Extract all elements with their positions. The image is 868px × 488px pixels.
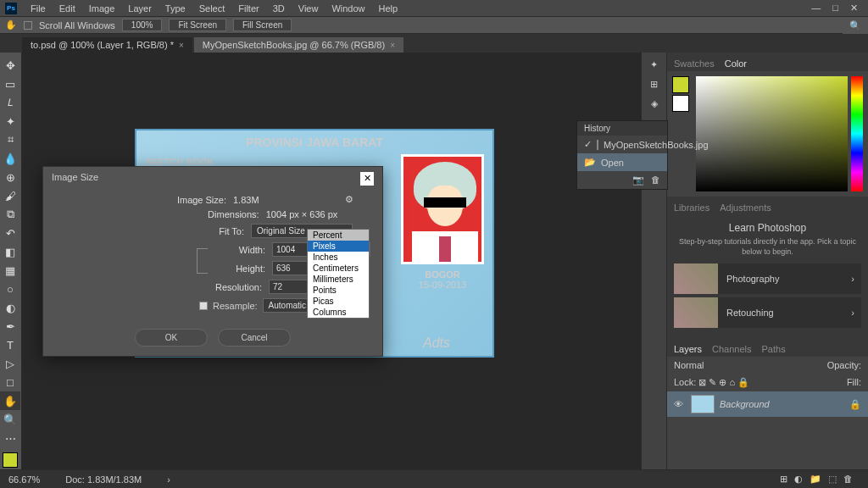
wand-tool[interactable]: ✦ — [0, 112, 20, 130]
menu-edit[interactable]: Edit — [53, 2, 82, 15]
learn-item-retouching[interactable]: Retouching› — [674, 297, 861, 328]
type-tool[interactable]: T — [0, 336, 20, 354]
eraser-tool[interactable]: ◧ — [0, 242, 20, 261]
lock-icon: 🔒 — [849, 399, 861, 410]
footer-icon[interactable]: ⊞ — [780, 474, 787, 485]
menu-select[interactable]: Select — [192, 2, 232, 15]
hand-tool[interactable]: ✋ — [0, 391, 20, 410]
unit-option[interactable]: Inches — [308, 252, 369, 263]
cancel-button[interactable]: Cancel — [218, 329, 291, 347]
blur-tool[interactable]: ○ — [0, 280, 20, 298]
tab-close-icon[interactable]: × — [390, 41, 395, 50]
swatches-tab[interactable]: Swatches — [674, 56, 715, 71]
unit-option[interactable]: Millimeters — [308, 274, 369, 285]
search-icon[interactable]: 🔍 — [849, 20, 861, 31]
color-tab[interactable]: Color — [725, 56, 747, 71]
color-field[interactable] — [696, 76, 848, 191]
stamp-tool[interactable]: ⧉ — [0, 205, 20, 224]
minimize-icon[interactable]: — — [811, 3, 821, 14]
scroll-all-checkbox[interactable] — [24, 21, 32, 30]
hue-slider[interactable] — [851, 76, 863, 191]
adjustments-tab[interactable]: Adjustments — [720, 200, 771, 215]
gear-icon[interactable]: ⚙ — [345, 194, 353, 205]
zoom-tool[interactable]: 🔍 — [0, 410, 20, 429]
fit-screen-button[interactable]: Fit Screen — [169, 19, 226, 31]
paths-tab[interactable]: Paths — [762, 341, 786, 357]
panel-icon[interactable]: ◈ — [651, 98, 658, 109]
document-tab[interactable]: MyOpenSketchBooks.jpg @ 66.7% (RGB/8) × — [194, 37, 403, 53]
unit-option[interactable]: Centimeters — [308, 263, 369, 274]
close-icon[interactable]: ✕ — [850, 3, 858, 14]
constrain-link-icon[interactable] — [197, 248, 208, 274]
trash-icon[interactable]: 🗑 — [651, 175, 660, 186]
ok-button[interactable]: OK — [135, 329, 208, 347]
menu-view[interactable]: View — [292, 2, 326, 15]
foreground-color[interactable] — [3, 452, 18, 468]
resample-checkbox[interactable] — [199, 302, 208, 310]
document-tab[interactable]: to.psd @ 100% (Layer 1, RGB/8) * × — [22, 37, 192, 53]
dodge-tool[interactable]: ◐ — [0, 298, 20, 317]
path-tool[interactable]: ▷ — [0, 354, 20, 373]
eyedropper-tool[interactable]: 💧 — [0, 149, 20, 168]
unit-dropdown: PercentPixelsInchesCentimetersMillimeter… — [307, 229, 370, 319]
edit-toolbar[interactable]: ⋯ — [0, 429, 20, 447]
footer-icon[interactable]: ⬚ — [828, 474, 837, 485]
camera-icon[interactable]: 📷 — [632, 175, 644, 186]
learn-item-photography[interactable]: Photography› — [674, 263, 861, 294]
tab-close-icon[interactable]: × — [179, 41, 184, 50]
zoom-100-button[interactable]: 100% — [122, 19, 163, 31]
history-snapshot[interactable]: ✓MyOpenSketchBooks.jpg — [577, 136, 667, 153]
menu-image[interactable]: Image — [82, 2, 122, 15]
chevron-right-icon: › — [844, 308, 861, 318]
visibility-icon[interactable]: 👁 — [674, 399, 686, 409]
menu-layer[interactable]: Layer — [121, 2, 159, 15]
zoom-level[interactable]: 66.67% — [8, 474, 40, 485]
maximize-icon[interactable]: □ — [832, 3, 838, 14]
history-brush-tool[interactable]: ↶ — [0, 224, 20, 242]
history-state[interactable]: 📂Open — [577, 153, 667, 171]
channels-tab[interactable]: Channels — [712, 341, 751, 357]
window-controls: — □ ✕ — [811, 3, 863, 14]
footer-icon[interactable]: 🗑 — [843, 474, 853, 485]
shape-tool[interactable]: □ — [0, 373, 20, 391]
menu-type[interactable]: Type — [159, 2, 192, 15]
unit-option[interactable]: Pixels — [308, 241, 369, 252]
layer-row[interactable]: 👁 Background 🔒 — [667, 391, 868, 417]
dialog-close-button[interactable]: ✕ — [360, 172, 374, 186]
unit-option[interactable]: Percent — [308, 230, 369, 241]
pen-tool[interactable]: ✒ — [0, 317, 20, 336]
hand-tool-icon[interactable]: ✋ — [5, 19, 17, 30]
unit-option[interactable]: Columns — [308, 307, 369, 318]
color-panel — [667, 71, 868, 197]
resample-select[interactable]: Automatic — [263, 298, 312, 313]
status-bar: 66.67% Doc: 1.83M/1.83M › ⊞ ◐ 📁 ⬚ 🗑 — [0, 469, 868, 488]
resolution-input[interactable] — [269, 280, 311, 294]
unit-option[interactable]: Points — [308, 285, 369, 296]
menu-filter[interactable]: Filter — [231, 2, 265, 15]
move-tool[interactable]: ✥ — [0, 56, 20, 75]
brush-tool[interactable]: 🖌 — [0, 186, 20, 205]
libraries-tab[interactable]: Libraries — [674, 200, 709, 215]
panel-icon[interactable]: ✦ — [650, 59, 658, 70]
document-tab-bar: to.psd @ 100% (Layer 1, RGB/8) * × MyOpe… — [0, 34, 868, 53]
menu-file[interactable]: File — [24, 2, 53, 15]
menu-3d[interactable]: 3D — [266, 2, 292, 15]
footer-icon[interactable]: 📁 — [810, 474, 821, 485]
crop-tool[interactable]: ⌗ — [0, 130, 20, 149]
marquee-tool[interactable]: ▭ — [0, 75, 20, 93]
panel-icon[interactable]: ⊞ — [650, 79, 658, 90]
layers-tab[interactable]: Layers — [674, 341, 702, 357]
open-icon: 📂 — [584, 157, 596, 168]
gradient-tool[interactable]: ▦ — [0, 261, 20, 280]
menu-help[interactable]: Help — [372, 2, 405, 15]
fg-swatch[interactable] — [672, 76, 689, 93]
lasso-tool[interactable]: 𝘓 — [0, 93, 20, 112]
chevron-right-icon: › — [844, 274, 861, 284]
fill-screen-button[interactable]: Fill Screen — [233, 19, 292, 31]
menu-window[interactable]: Window — [325, 2, 371, 15]
heal-tool[interactable]: ⊕ — [0, 168, 20, 186]
unit-option[interactable]: Picas — [308, 296, 369, 307]
options-bar: ✋ Scroll All Windows 100% Fit Screen Fil… — [0, 17, 868, 34]
bg-swatch[interactable] — [672, 95, 689, 112]
footer-icon[interactable]: ◐ — [794, 474, 803, 485]
